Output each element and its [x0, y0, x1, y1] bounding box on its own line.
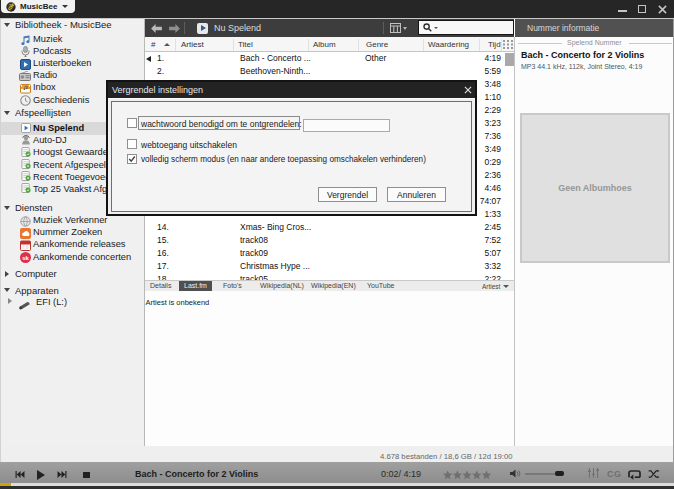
svg-text:sk: sk [22, 255, 29, 261]
